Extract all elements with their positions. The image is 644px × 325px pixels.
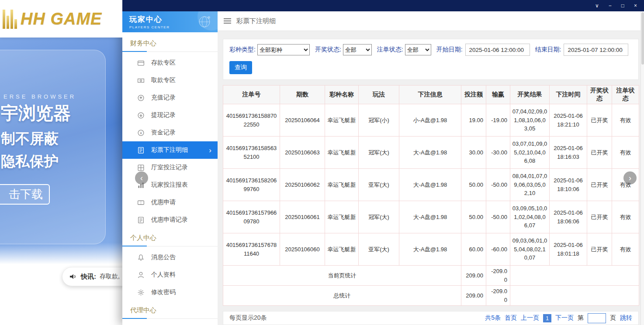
sidebar-item-announcement[interactable]: 消息公告 <box>122 249 218 266</box>
table-cell: -50.00 <box>486 169 510 201</box>
sidebar-item-withdraw[interactable]: 取款专区 <box>122 72 218 89</box>
table-cell: 幸运飞艇新 <box>325 104 359 137</box>
sidebar-item-promo-apply[interactable]: 优惠申请 <box>122 194 218 211</box>
table-cell: 小-A盘@1.98 <box>399 104 461 137</box>
app-root: HH GAME ERSE BROWSER 宇浏览器 制不屏蔽 隐私保护 击下载 … <box>0 0 644 325</box>
news-ticker[interactable]: 快讯: 存取款, <box>62 267 122 286</box>
pager: 共5条 首页 上一页 1 下一页 第 页 跳转 <box>485 313 632 323</box>
table-cell: -30.00 <box>486 137 510 169</box>
chevron-right-icon: › <box>209 147 211 154</box>
table-cell: 已开奖 <box>587 201 612 233</box>
page-jump-input[interactable] <box>588 313 606 323</box>
table-cell: 2025-01-06 18:21:10 <box>550 104 587 137</box>
recharge-record-icon <box>137 94 145 102</box>
table-row: 40156917361588702255020250106064幸运飞艇新冠军(… <box>223 104 639 137</box>
close-icon[interactable]: × <box>634 3 637 8</box>
banner-line3: 隐私保护 <box>1 152 59 171</box>
column-header: 下注时间 <box>550 86 587 104</box>
table-cell: 冠军(小) <box>359 104 399 137</box>
window-titlebar: ∨ − □ × <box>122 0 644 11</box>
order-status-select[interactable]: 全部 <box>405 44 431 55</box>
grand-total-row: 总统计209.00-209.00 <box>223 286 639 306</box>
jump-button[interactable]: 跳转 <box>620 314 632 322</box>
table-cell: 401569173615887022550 <box>223 104 280 137</box>
prev-page-link[interactable]: 上一页 <box>521 314 539 322</box>
sidebar-item-label: 厅室投注记录 <box>151 164 188 171</box>
column-header: 期数 <box>280 86 325 104</box>
table-cell: 50.00 <box>461 169 486 201</box>
sidebar-item-password[interactable]: 修改密码 <box>122 284 218 301</box>
sidebar-section-title: 个人中心 <box>122 229 218 246</box>
pagination-bar: 每页显示20条 共5条 首页 上一页 1 下一页 第 页 跳转 <box>223 311 639 325</box>
site-header: HH GAME <box>0 0 122 38</box>
column-header: 开奖结果 <box>510 86 550 104</box>
column-header: 开奖状态 <box>587 86 612 104</box>
jump-label-after: 页 <box>610 314 616 322</box>
ticker-label: 快讯: <box>81 273 96 281</box>
sidebar: 玩家中心 PLAYERS CENTER 财务中心存款专区取款专区充值记录提现记录… <box>122 11 218 325</box>
sidebar-item-deposit[interactable]: 存款专区 <box>122 54 218 72</box>
table-row: 40156917361585635210020250106063幸运飞艇新冠军(… <box>223 137 639 169</box>
start-date-input[interactable] <box>465 44 530 56</box>
search-button[interactable]: 查询 <box>229 61 252 74</box>
speaker-icon <box>69 272 77 281</box>
table-row: 40156917361579660978020250106061幸运飞艇新冠军(… <box>223 201 639 233</box>
scrollbar-thumb[interactable] <box>641 12 644 65</box>
table-cell: 2025-01-06 18:16:03 <box>550 137 587 169</box>
scrollbar[interactable] <box>641 11 644 325</box>
table-cell: 已开奖 <box>587 137 612 169</box>
first-page-link[interactable]: 首页 <box>505 314 517 322</box>
banner-title: 宇浏览器 <box>1 101 71 125</box>
minimize-icon[interactable]: − <box>609 3 612 8</box>
menu-toggle-icon[interactable] <box>224 18 231 24</box>
table-cell: 幸运飞艇新 <box>325 201 359 233</box>
sidebar-item-label: 彩票下注明细 <box>151 146 188 154</box>
dropdown-icon[interactable]: ∨ <box>595 3 599 8</box>
grand-total-cell: -209.00 <box>486 286 510 306</box>
promo-banner: ERSE BROWSER 宇浏览器 制不屏蔽 隐私保护 击下载 <box>0 38 122 264</box>
table-cell: 401569173615820699760 <box>223 169 280 201</box>
content-header: 彩票下注明细 <box>218 11 644 31</box>
table-cell: 20250106060 <box>280 233 325 266</box>
table-cell: 冠军(大) <box>359 137 399 169</box>
end-date-label: 结束日期: <box>535 46 561 54</box>
table-cell: 20250106063 <box>280 137 325 169</box>
table-cell: 有效 <box>612 137 639 169</box>
svg-text:¥: ¥ <box>139 130 142 135</box>
draw-status-label: 开奖状态: <box>315 46 341 54</box>
column-header: 下注信息 <box>399 86 461 104</box>
background-page: HH GAME ERSE BROWSER 宇浏览器 制不屏蔽 隐私保护 击下载 … <box>0 0 122 325</box>
table-cell: 03,07,01,09,05,02,10,04,06,08 <box>510 137 550 169</box>
column-header: 彩种名称 <box>325 86 359 104</box>
sidebar-item-profile[interactable]: 个人资料 <box>122 266 218 284</box>
sidebar-item-label: 优惠申请记录 <box>151 216 188 224</box>
next-page-link[interactable]: 下一页 <box>555 314 574 322</box>
total-count: 共5条 <box>485 314 501 322</box>
download-button[interactable]: 击下载 <box>0 184 50 205</box>
table-cell: 有效 <box>612 201 639 233</box>
table-cell: 19.00 <box>461 104 486 137</box>
table-cell: 20250106064 <box>280 104 325 137</box>
sidebar-item-promo-record[interactable]: 优惠申请记录 <box>122 211 218 229</box>
lottery-type-select[interactable]: 全部彩种 <box>257 44 310 55</box>
promo-record-icon <box>137 216 145 224</box>
current-page: 1 <box>543 314 551 322</box>
sidebar-item-lottery-bets[interactable]: 彩票下注明细› <box>122 141 218 159</box>
main-content: 彩票下注明细 彩种类型: 全部彩种 开奖状态: 全部 注单状态: <box>218 11 644 325</box>
carousel-left-arrow-icon[interactable]: ‹ <box>135 171 148 185</box>
table-cell: 2025-01-06 18:01:18 <box>550 233 587 266</box>
table-cell: 幸运飞艇新 <box>325 169 359 201</box>
table-cell: 20250106062 <box>280 169 325 201</box>
table-cell: 冠军(大) <box>359 201 399 233</box>
sidebar-item-withdraw-record[interactable]: 提现记录 <box>122 106 218 124</box>
table-cell: 401569173615796609780 <box>223 201 280 233</box>
sidebar-item-recharge-record[interactable]: 充值记录 <box>122 89 218 106</box>
sidebar-item-label: 修改密码 <box>151 288 176 296</box>
sidebar-item-funds-record[interactable]: ¥资金记录 <box>122 124 218 141</box>
table-cell: 09,03,06,01,05,04,08,02,10,07 <box>510 233 550 266</box>
maximize-icon[interactable]: □ <box>621 3 624 8</box>
draw-status-select[interactable]: 全部 <box>343 44 372 55</box>
carousel-right-arrow-icon[interactable]: › <box>623 171 637 185</box>
end-date-input[interactable] <box>564 44 628 56</box>
hall-bets-icon <box>137 164 145 171</box>
